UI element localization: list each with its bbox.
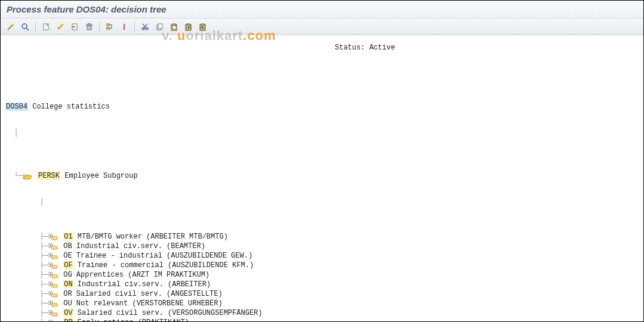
folder-open-icon — [23, 172, 32, 180]
expand-node-icon[interactable] — [48, 271, 58, 279]
position-icon[interactable] — [118, 21, 131, 33]
new-page-icon[interactable] — [39, 21, 53, 33]
group-code: PERSK — [38, 172, 60, 180]
cut-icon[interactable] — [138, 21, 152, 33]
leaf-code: O1 — [63, 233, 73, 241]
leaf-code: OU — [63, 299, 72, 308]
edit-pencil-icon[interactable] — [54, 21, 67, 33]
leaf-code: PR — [63, 318, 73, 322]
leaf-text: Trainee - industrial (AUSZUBILDENDE GEW.… — [76, 252, 252, 260]
leaf-text: Trainee - commercial (AUSZUBILDENDE KFM.… — [78, 261, 254, 270]
leaf-code: OR — [63, 290, 72, 298]
leaf-code: OF — [63, 261, 73, 270]
expand-node-icon[interactable] — [48, 252, 58, 260]
tree-leaf[interactable]: ├─ OG Apprentices (ARZT IM PRAKTIKUM) — [5, 270, 643, 280]
tree-leaf[interactable]: ├─ OV Salaried civil serv. (VERSORGUNGSE… — [5, 308, 643, 318]
tree-leaf[interactable]: ├─ OE Trainee - industrial (AUSZUBILDEND… — [5, 251, 643, 261]
expand-node-icon[interactable] — [48, 290, 58, 298]
tree-group[interactable]: └─ PERSK Employee Subgroup — [5, 171, 643, 181]
pencil-wand-icon[interactable] — [4, 21, 17, 33]
clipboard-left-icon[interactable] — [181, 21, 195, 33]
trash-icon[interactable] — [82, 21, 95, 33]
expand-node-icon[interactable] — [48, 261, 58, 270]
leaf-text: Not relevant (VERSTORBENE URHEBER) — [76, 299, 223, 308]
leaf-code: OB — [63, 242, 72, 250]
leaf-text: Industrial civ.serv. (ARBEITER) — [78, 280, 211, 289]
title-bar: Process feature DOS04: decision tree — [1, 1, 643, 18]
leaf-code: OG — [63, 271, 72, 279]
root-code: DOS04 — [5, 103, 28, 111]
toolbar-separator — [99, 21, 100, 32]
tree-collapse-icon[interactable] — [103, 21, 116, 33]
root-text: College statistics — [32, 103, 110, 111]
expand-node-icon[interactable] — [48, 318, 58, 322]
magnifier-icon[interactable] — [19, 21, 32, 33]
leaf-text: Industrial civ.serv. (BEAMTER) — [76, 242, 205, 250]
clipboard-right-icon[interactable] — [196, 21, 209, 33]
toolbar-separator — [35, 21, 36, 32]
tree-leaf[interactable]: ├─ OB Industrial civ.serv. (BEAMTER) — [5, 242, 643, 251]
expand-node-icon[interactable] — [48, 299, 58, 308]
expand-node-icon[interactable] — [48, 280, 58, 289]
leaf-text: Salaried civil serv. (VERSORGUNGSEMPFÄNG… — [78, 309, 263, 317]
page-title: Process feature DOS04: decision tree — [7, 4, 167, 14]
tree-leaf[interactable]: ├─ O1 MTB/BMTG worker (ARBEITER MTB/BMTG… — [5, 232, 643, 242]
group-text: Employee Subgroup — [64, 172, 137, 180]
tree-content: Status: Active DOS04 College statistics … — [1, 35, 643, 322]
tree-root[interactable]: DOS04 College statistics — [5, 102, 643, 112]
leaf-text: Early retiree (PRAKTIKANT) — [78, 318, 189, 322]
leaf-code: OE — [63, 252, 72, 260]
leaf-code: OV — [63, 309, 73, 317]
status-label: Status: — [335, 44, 365, 52]
toolbar-separator — [134, 21, 135, 32]
leaf-text: Apprentices (ARZT IM PRAKTIKUM) — [76, 271, 209, 279]
tree-leaf[interactable]: ├─ PR Early retiree (PRAKTIKANT) — [5, 318, 643, 322]
expand-node-icon[interactable] — [48, 309, 58, 317]
tree-leaf[interactable]: ├─ ON Industrial civ.serv. (ARBEITER) — [5, 280, 643, 289]
leaf-text: MTB/BMTG worker (ARBEITER MTB/BMTG) — [78, 233, 228, 241]
leaf-code: ON — [63, 280, 73, 289]
copy-icon[interactable] — [153, 21, 166, 33]
tree-leaf[interactable]: ├─ OU Not relevant (VERSTORBENE URHEBER) — [5, 299, 643, 308]
activate-icon[interactable] — [68, 21, 81, 33]
expand-node-icon[interactable] — [48, 242, 58, 250]
tree-leaf[interactable]: ├─ OR Salaried civil serv. (ANGESTELLTE) — [5, 289, 643, 299]
leaf-text: Salaried civil serv. (ANGESTELLTE) — [76, 290, 223, 298]
tree-leaf[interactable]: ├─ OF Trainee - commercial (AUSZUBILDEND… — [5, 261, 643, 270]
status-line: Status: Active — [335, 44, 395, 52]
expand-node-icon[interactable] — [48, 233, 58, 241]
toolbar — [1, 18, 643, 35]
status-value: Active — [369, 44, 395, 52]
paste-icon[interactable] — [167, 21, 180, 33]
